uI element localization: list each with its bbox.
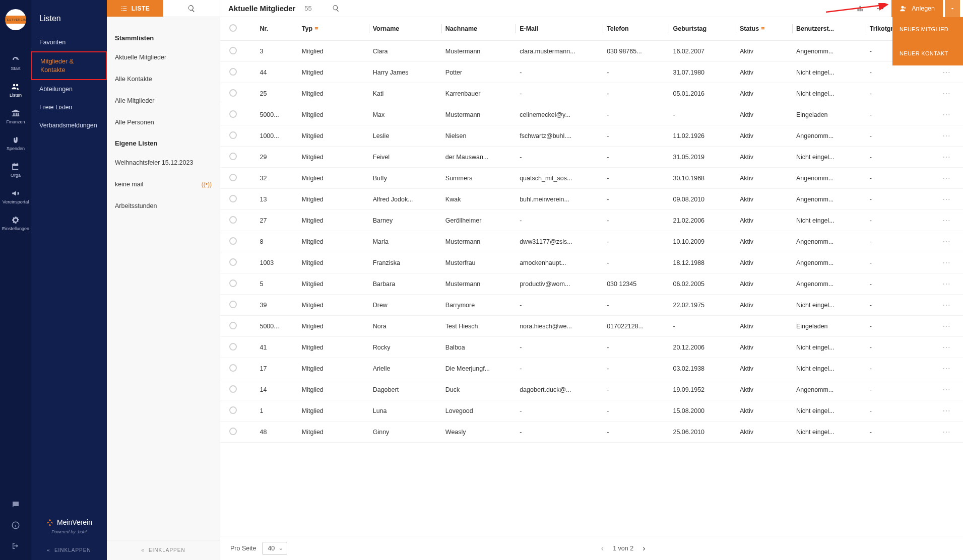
- rail-item-spenden[interactable]: Spenden: [7, 135, 25, 151]
- rail-item-einstellungen[interactable]: Einstellungen: [2, 216, 29, 231]
- table-row[interactable]: 29 Mitglied Feivel der Mauswan... - - 31…: [220, 147, 963, 168]
- list-item[interactable]: Weihnachtsfeier 15.12.2023: [107, 152, 220, 174]
- row-checkbox[interactable]: [229, 174, 237, 181]
- dropdown-item[interactable]: NEUES MITGLIED: [892, 17, 963, 41]
- row-checkbox[interactable]: [229, 89, 237, 97]
- row-menu-button[interactable]: ⋯: [942, 216, 951, 225]
- row-menu-button[interactable]: ⋯: [942, 343, 951, 352]
- list-item[interactable]: keine mail((•)): [107, 174, 220, 195]
- list-item[interactable]: Alle Personen: [107, 112, 220, 133]
- table-row[interactable]: 8 Mitglied Maria Mustermann dww31177@zsl…: [220, 231, 963, 252]
- column-header-status[interactable]: Status≡: [736, 17, 792, 41]
- logout-icon[interactable]: [11, 541, 20, 552]
- secondary-nav-item[interactable]: Mitglieder & Kontakte: [31, 51, 107, 80]
- row-checkbox[interactable]: [229, 131, 237, 139]
- table-search-button[interactable]: [329, 2, 343, 16]
- table-row[interactable]: 1 Mitglied Luna Lovegood - - 15.08.2000 …: [220, 400, 963, 422]
- table-row[interactable]: 14 Mitglied Dagobert Duck dagobert.duck@…: [220, 379, 963, 400]
- row-menu-button[interactable]: ⋯: [942, 153, 951, 161]
- row-checkbox[interactable]: [229, 406, 237, 414]
- rail-item-finanzen[interactable]: Finanzen: [6, 109, 25, 124]
- row-menu-button[interactable]: ⋯: [942, 174, 951, 182]
- table-row[interactable]: 27 Mitglied Barney Geröllheimer - - 21.0…: [220, 210, 963, 231]
- row-checkbox[interactable]: [229, 385, 237, 393]
- table-row[interactable]: 44 Mitglied Harry James Potter - - 31.07…: [220, 62, 963, 83]
- rail-item-orga[interactable]: Orga: [11, 162, 21, 178]
- chat-icon[interactable]: [11, 500, 20, 511]
- row-checkbox[interactable]: [229, 68, 237, 76]
- collapse-secondary-nav-button[interactable]: « EINKLAPPEN: [31, 540, 107, 560]
- more-button[interactable]: [871, 0, 889, 17]
- column-header-telefon[interactable]: Telefon: [603, 17, 669, 41]
- row-checkbox[interactable]: [229, 195, 237, 202]
- row-menu-button[interactable]: ⋯: [942, 68, 951, 77]
- list-search-button[interactable]: [163, 0, 220, 17]
- row-checkbox[interactable]: [229, 428, 237, 435]
- secondary-nav-item[interactable]: Abteilungen: [31, 80, 107, 98]
- liste-tab[interactable]: LISTE: [107, 0, 163, 17]
- table-row[interactable]: 39 Mitglied Drew Barrymore - - 22.02.197…: [220, 295, 963, 316]
- table-row[interactable]: 1003 Mitglied Franziska Musterfrau amock…: [220, 252, 963, 273]
- column-header-vorname[interactable]: Vorname: [369, 17, 441, 41]
- collapse-list-panel-button[interactable]: « EINKLAPPEN: [107, 540, 220, 560]
- list-item[interactable]: Alle Mitglieder: [107, 90, 220, 112]
- row-menu-button[interactable]: ⋯: [942, 322, 951, 330]
- table-row[interactable]: 3 Mitglied Clara Mustermann clara.muster…: [220, 41, 963, 62]
- row-checkbox[interactable]: [229, 343, 237, 351]
- table-row[interactable]: 13 Mitglied Alfred Jodok... Kwak buhl.me…: [220, 189, 963, 210]
- chart-button[interactable]: [851, 0, 869, 17]
- row-menu-button[interactable]: ⋯: [942, 131, 951, 140]
- select-all-checkbox[interactable]: [229, 24, 237, 32]
- row-menu-button[interactable]: ⋯: [942, 110, 951, 119]
- table-row[interactable]: 17 Mitglied Arielle Die Meerjungf... - -…: [220, 358, 963, 379]
- rail-item-start[interactable]: Start: [11, 55, 20, 71]
- row-checkbox[interactable]: [229, 47, 237, 54]
- table-row[interactable]: 5 Mitglied Barbara Mustermann productiv@…: [220, 273, 963, 295]
- row-menu-button[interactable]: ⋯: [942, 195, 951, 203]
- list-item[interactable]: Aktuelle Mitglieder: [107, 47, 220, 68]
- table-row[interactable]: 1000... Mitglied Leslie Nielsen fschwart…: [220, 125, 963, 147]
- rail-item-vereinsportal[interactable]: Vereinsportal: [3, 189, 29, 204]
- table-row[interactable]: 41 Mitglied Rocky Balboa - - 20.12.2006 …: [220, 337, 963, 358]
- list-item[interactable]: Arbeitsstunden: [107, 195, 220, 217]
- row-checkbox[interactable]: [229, 364, 237, 372]
- row-checkbox[interactable]: [229, 237, 237, 245]
- row-checkbox[interactable]: [229, 322, 237, 329]
- column-header-nachname[interactable]: Nachname: [441, 17, 516, 41]
- page-next-button[interactable]: ›: [643, 544, 645, 553]
- per-page-select[interactable]: 40: [262, 542, 287, 555]
- secondary-nav-item[interactable]: Verbandsmeldungen: [31, 116, 107, 134]
- page-prev-button[interactable]: ‹: [601, 544, 604, 553]
- table-row[interactable]: 32 Mitglied Buffy Summers quatsch_mit_so…: [220, 168, 963, 189]
- row-checkbox[interactable]: [229, 110, 237, 118]
- anlegen-dropdown-toggle[interactable]: [945, 0, 960, 17]
- row-menu-button[interactable]: ⋯: [942, 258, 951, 267]
- row-menu-button[interactable]: ⋯: [942, 279, 951, 288]
- row-menu-button[interactable]: ⋯: [942, 89, 951, 98]
- column-header-nr[interactable]: Nr.: [255, 17, 297, 41]
- row-menu-button[interactable]: ⋯: [942, 301, 951, 309]
- row-menu-button[interactable]: ⋯: [942, 406, 951, 415]
- row-checkbox[interactable]: [229, 301, 237, 308]
- column-header-email[interactable]: E-Mail: [516, 17, 603, 41]
- rail-item-listen[interactable]: Listen: [10, 82, 22, 98]
- info-icon[interactable]: i: [11, 521, 20, 531]
- row-checkbox[interactable]: [229, 279, 237, 287]
- secondary-nav-item[interactable]: Freie Listen: [31, 98, 107, 116]
- row-checkbox[interactable]: [229, 153, 237, 160]
- table-row[interactable]: 5000... Mitglied Nora Test Hiesch nora.h…: [220, 316, 963, 337]
- anlegen-button[interactable]: Anlegen: [891, 0, 943, 17]
- table-row[interactable]: 25 Mitglied Kati Karrenbauer - - 05.01.2…: [220, 83, 963, 104]
- column-header-geburtstag[interactable]: Geburtstag: [669, 17, 735, 41]
- row-menu-button[interactable]: ⋯: [942, 237, 951, 246]
- row-checkbox[interactable]: [229, 258, 237, 266]
- column-header-benutzerstatus[interactable]: Benutzerst...: [792, 17, 866, 41]
- dropdown-item[interactable]: NEUER KONTAKT: [892, 41, 963, 65]
- secondary-nav-item[interactable]: Favoriten: [31, 33, 107, 51]
- table-row[interactable]: 5000... Mitglied Max Mustermann celineme…: [220, 104, 963, 125]
- row-menu-button[interactable]: ⋯: [942, 364, 951, 373]
- list-item[interactable]: Alle Kontakte: [107, 68, 220, 90]
- row-menu-button[interactable]: ⋯: [942, 428, 951, 436]
- table-row[interactable]: 48 Mitglied Ginny Weasly - - 25.06.2010 …: [220, 422, 963, 443]
- row-checkbox[interactable]: [229, 216, 237, 224]
